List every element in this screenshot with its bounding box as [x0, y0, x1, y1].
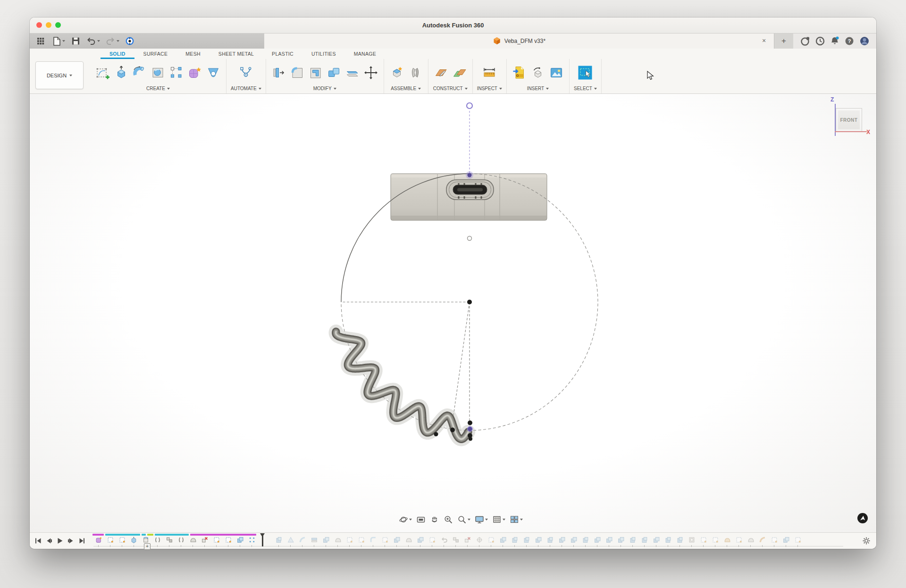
timeline-feature-sketch[interactable]	[355, 537, 367, 544]
timeline-feature-copy[interactable]	[556, 537, 568, 544]
ribbon-tab-sheet-metal[interactable]: SHEET METAL	[210, 51, 263, 59]
ribbon-tab-mesh[interactable]: MESH	[176, 51, 210, 59]
close-window-button[interactable]	[36, 22, 42, 28]
timeline-feature-solid[interactable]	[579, 537, 591, 544]
timeline-feature-copy[interactable]	[414, 537, 426, 544]
pan-icon[interactable]	[430, 515, 439, 524]
move-icon[interactable]	[362, 66, 379, 80]
timeline-feature-sweep[interactable]	[296, 537, 308, 544]
timeline-feature-hull[interactable]	[332, 537, 344, 544]
orbit-icon[interactable]	[399, 515, 412, 524]
timeline-feature-fillet[interactable]	[367, 537, 379, 544]
timeline-feature-sketch[interactable]	[222, 537, 234, 544]
recent-icon[interactable]	[814, 35, 826, 47]
timeline-feature-copy[interactable]	[532, 537, 544, 544]
timeline-feature-sketch[interactable]	[709, 537, 721, 544]
undo-icon[interactable]	[86, 36, 100, 46]
shell-icon[interactable]	[307, 66, 324, 80]
timeline-feature-solid[interactable]	[627, 537, 638, 544]
workspace-selector[interactable]: DESIGN	[35, 61, 84, 89]
timeline-feature-jorigin[interactable]	[473, 537, 485, 544]
split-icon[interactable]	[344, 66, 361, 80]
new-component-icon[interactable]	[388, 66, 405, 80]
timeline-feature-sweep_o[interactable]	[756, 537, 768, 544]
timeline-feature-hull[interactable]	[745, 537, 756, 544]
display-settings-icon[interactable]	[475, 515, 488, 524]
timeline-feature-joint[interactable]	[175, 537, 187, 544]
timeline-feature-frame[interactable]	[686, 537, 697, 544]
timeline-feature-hull[interactable]	[187, 537, 199, 544]
sketch-tube[interactable]	[336, 332, 469, 439]
timeline-feature-form[interactable]	[92, 537, 104, 544]
step-forward-button[interactable]	[67, 537, 75, 545]
form-icon[interactable]	[186, 66, 203, 80]
timeline-feature-solid[interactable]	[520, 537, 532, 544]
timeline-feature-sketch[interactable]	[733, 537, 745, 544]
timeline-feature-copy[interactable]	[391, 537, 403, 544]
sketch-points[interactable]	[434, 103, 474, 441]
app-grid-icon[interactable]	[35, 36, 46, 46]
measure-icon[interactable]	[481, 66, 498, 80]
timeline-feature-copy[interactable]	[615, 537, 627, 544]
timeline-feature-joint[interactable]	[151, 537, 163, 544]
fit-icon[interactable]	[457, 515, 470, 524]
press-pull-icon[interactable]	[270, 66, 287, 80]
select-icon[interactable]	[575, 66, 596, 80]
timeline-feature-points[interactable]	[246, 537, 258, 544]
timeline-feature-solid[interactable]	[662, 537, 674, 544]
file-new-icon[interactable]	[51, 36, 65, 46]
timeline-settings-gear-icon[interactable]	[862, 537, 871, 547]
modeling-canvas[interactable]: FRONT Z X	[30, 94, 876, 532]
timeline-feature-copy[interactable]	[497, 537, 509, 544]
timeline-feature-solid[interactable]	[509, 537, 520, 544]
timeline-feature-rigid[interactable]	[450, 537, 461, 544]
combine-icon[interactable]	[326, 66, 343, 80]
timeline-feature-copy[interactable]	[568, 537, 579, 544]
tab-close-button[interactable]: ×	[760, 36, 768, 45]
plane-icon[interactable]	[433, 66, 450, 80]
redo-icon[interactable]	[105, 36, 119, 46]
zoom-icon[interactable]	[444, 515, 453, 524]
new-tab-button[interactable]: +	[774, 34, 793, 49]
ribbon-tab-manage[interactable]: MANAGE	[345, 51, 385, 59]
offset-plane-icon[interactable]	[451, 66, 468, 80]
timeline-feature-copy[interactable]	[320, 537, 332, 544]
timeline-feature-extrude[interactable]	[128, 537, 140, 544]
extrude-icon[interactable]	[113, 66, 130, 80]
document-tab[interactable]: Veba_DFM v33* ×	[264, 34, 774, 49]
sync-icon[interactable]	[125, 36, 135, 46]
timeline-feature-copy[interactable]	[603, 537, 615, 544]
viewports-icon[interactable]	[510, 515, 523, 524]
zoom-window-button[interactable]	[55, 22, 61, 28]
timeline-feature-loft[interactable]	[285, 537, 296, 544]
viewport-canvas[interactable]	[30, 94, 876, 532]
ribbon-tab-surface[interactable]: SURFACE	[134, 51, 177, 59]
timeline-feature-hull_o[interactable]	[721, 537, 733, 544]
timeline-feature-solid[interactable]	[273, 537, 285, 544]
assistant-badge[interactable]	[856, 512, 869, 526]
timeline-feature-sketch[interactable]	[104, 537, 116, 544]
timeline-feature-sketch[interactable]	[697, 537, 709, 544]
timeline-feature-copy[interactable]	[780, 537, 792, 544]
timeline-feature-undo[interactable]	[438, 537, 450, 544]
minimize-window-button[interactable]	[46, 22, 51, 28]
timeline-feature-sketch[interactable]	[426, 537, 438, 544]
timeline-feature-sketch[interactable]	[485, 537, 497, 544]
ribbon-tab-plastic[interactable]: PLASTIC	[263, 51, 302, 59]
timeline-feature-copy[interactable]	[234, 537, 246, 544]
help-icon[interactable]: ?	[844, 35, 855, 47]
revolve-icon[interactable]	[131, 66, 148, 80]
timeline-feature-delete[interactable]	[199, 537, 210, 544]
timeline-expand-group-button[interactable]: +	[144, 543, 151, 550]
notifications-icon[interactable]	[829, 35, 840, 47]
timeline-feature-sketch[interactable]	[116, 537, 128, 544]
ribbon-tab-solid[interactable]: SOLID	[101, 51, 134, 59]
timeline-feature-sketch[interactable]	[768, 537, 780, 544]
derive-icon[interactable]	[529, 66, 546, 80]
view-cube-face[interactable]: FRONT	[840, 118, 858, 123]
timeline-feature-rigid[interactable]	[163, 537, 175, 544]
save-icon[interactable]	[70, 36, 81, 46]
timeline-feature-delete[interactable]	[461, 537, 473, 544]
automate-icon[interactable]	[237, 66, 255, 80]
timeline-feature-sketch[interactable]	[792, 537, 804, 544]
